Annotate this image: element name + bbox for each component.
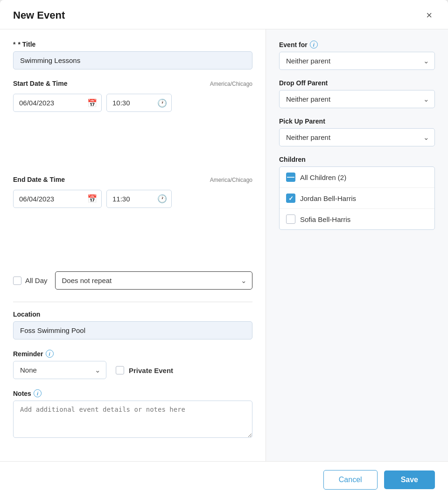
private-event-label[interactable]: Private Event bbox=[116, 366, 173, 379]
start-label: Start Date & Time bbox=[13, 80, 67, 87]
reminder-info-icon: i bbox=[46, 350, 54, 358]
title-group: * * Title bbox=[13, 41, 252, 69]
private-event-text: Private Event bbox=[129, 367, 173, 374]
end-label: End Date & Time bbox=[13, 176, 65, 183]
event-for-label: Event for i bbox=[279, 41, 435, 48]
start-label-row: Start Date & Time America/Chicago bbox=[13, 80, 252, 90]
reminder-select[interactable]: None At time of event 5 minutes before 1… bbox=[13, 361, 106, 379]
list-item[interactable]: Sofia Bell-Harris bbox=[280, 209, 434, 229]
end-date-input[interactable] bbox=[13, 190, 102, 208]
modal-body: * * Title Start Date & Time America/Chic… bbox=[0, 29, 448, 461]
end-datetime-group: End Date & Time America/Chicago 📅 🕐 bbox=[13, 176, 252, 262]
pick-up-select[interactable]: Neither parent Parent 1 Parent 2 bbox=[279, 128, 435, 146]
save-button[interactable]: Save bbox=[384, 470, 435, 489]
left-column: * * Title Start Date & Time America/Chic… bbox=[0, 29, 266, 461]
reminder-label: Reminder i bbox=[13, 350, 106, 358]
start-datetime-group: Start Date & Time America/Chicago 📅 🕐 bbox=[13, 80, 252, 166]
event-for-group: Event for i Neither parent Parent 1 Pare… bbox=[279, 41, 435, 70]
jordan-checkbox[interactable]: ✓ bbox=[286, 194, 295, 203]
drop-off-wrapper: Neither parent Parent 1 Parent 2 ⌄ bbox=[279, 90, 435, 108]
event-for-select[interactable]: Neither parent Parent 1 Parent 2 Both pa… bbox=[279, 52, 435, 70]
children-box: ― All Children (2) ✓ Jordan Bell-Harris bbox=[279, 166, 435, 230]
modal-title: New Event bbox=[13, 9, 65, 21]
reminder-group: Reminder i None At time of event 5 minut… bbox=[13, 350, 106, 379]
location-input[interactable] bbox=[13, 321, 252, 339]
title-input[interactable] bbox=[13, 51, 252, 69]
start-time-wrapper: 🕐 bbox=[106, 94, 172, 112]
drop-off-group: Drop Off Parent Neither parent Parent 1 … bbox=[279, 79, 435, 108]
all-children-checkbox[interactable]: ― bbox=[286, 173, 295, 182]
new-event-modal: New Event × * * Title Start Date & Time … bbox=[0, 0, 448, 498]
drop-off-label: Drop Off Parent bbox=[279, 79, 435, 87]
sofia-checkbox[interactable] bbox=[286, 214, 295, 224]
allday-checkbox-label[interactable]: All Day bbox=[13, 277, 48, 285]
right-column: Event for i Neither parent Parent 1 Pare… bbox=[266, 29, 448, 461]
allday-checkbox[interactable] bbox=[13, 277, 21, 285]
close-button[interactable]: × bbox=[423, 9, 435, 21]
repeat-select[interactable]: Does not repeat Daily Weekly Monthly Yea… bbox=[55, 271, 252, 290]
end-inputs: 📅 🕐 bbox=[13, 190, 252, 208]
notes-textarea[interactable] bbox=[13, 401, 252, 438]
event-for-info-icon: i bbox=[310, 41, 318, 48]
drop-off-select[interactable]: Neither parent Parent 1 Parent 2 bbox=[279, 90, 435, 108]
sofia-label: Sofia Bell-Harris bbox=[300, 215, 350, 223]
pick-up-label: Pick Up Parent bbox=[279, 118, 435, 125]
event-for-wrapper: Neither parent Parent 1 Parent 2 Both pa… bbox=[279, 52, 435, 70]
reminder-private-row: Reminder i None At time of event 5 minut… bbox=[13, 350, 252, 379]
location-group: Location bbox=[13, 311, 252, 339]
list-item[interactable]: ― All Children (2) bbox=[280, 167, 434, 188]
end-timezone: America/Chicago bbox=[210, 177, 252, 183]
notes-group: Notes i bbox=[13, 389, 252, 440]
start-date-wrapper: 📅 bbox=[13, 94, 102, 112]
list-item[interactable]: ✓ Jordan Bell-Harris bbox=[280, 188, 434, 209]
title-label: * * Title bbox=[13, 41, 252, 48]
checkmark-icon: ✓ bbox=[288, 195, 294, 201]
start-time-input[interactable] bbox=[106, 94, 172, 112]
allday-label: All Day bbox=[25, 277, 48, 284]
jordan-label: Jordan Bell-Harris bbox=[300, 194, 356, 202]
location-label: Location bbox=[13, 311, 252, 318]
children-group: Children ― All Children (2) ✓ bbox=[279, 156, 435, 230]
pick-up-wrapper: Neither parent Parent 1 Parent 2 ⌄ bbox=[279, 128, 435, 146]
pick-up-group: Pick Up Parent Neither parent Parent 1 P… bbox=[279, 118, 435, 146]
start-inputs: 📅 🕐 bbox=[13, 94, 252, 112]
end-time-wrapper: 🕐 bbox=[106, 190, 172, 208]
modal-header: New Event × bbox=[0, 0, 448, 29]
start-date-input[interactable] bbox=[13, 94, 102, 112]
private-event-checkbox[interactable] bbox=[116, 366, 124, 374]
start-timezone: America/Chicago bbox=[210, 81, 252, 87]
end-label-row: End Date & Time America/Chicago bbox=[13, 176, 252, 187]
divider bbox=[13, 302, 252, 302]
partial-icon: ― bbox=[287, 173, 294, 181]
repeat-wrapper: Does not repeat Daily Weekly Monthly Yea… bbox=[55, 271, 252, 290]
end-date-wrapper: 📅 bbox=[13, 190, 102, 208]
modal-footer: Cancel Save bbox=[0, 461, 448, 498]
allday-repeat-row: All Day Does not repeat Daily Weekly Mon… bbox=[13, 271, 252, 290]
cancel-button[interactable]: Cancel bbox=[323, 470, 378, 490]
required-star: * bbox=[13, 41, 15, 48]
children-label: Children bbox=[279, 156, 435, 163]
end-time-input[interactable] bbox=[106, 190, 172, 208]
notes-info-icon: i bbox=[34, 389, 42, 397]
all-children-label: All Children (2) bbox=[300, 173, 346, 181]
reminder-wrapper: None At time of event 5 minutes before 1… bbox=[13, 361, 106, 379]
notes-label: Notes i bbox=[13, 389, 252, 397]
